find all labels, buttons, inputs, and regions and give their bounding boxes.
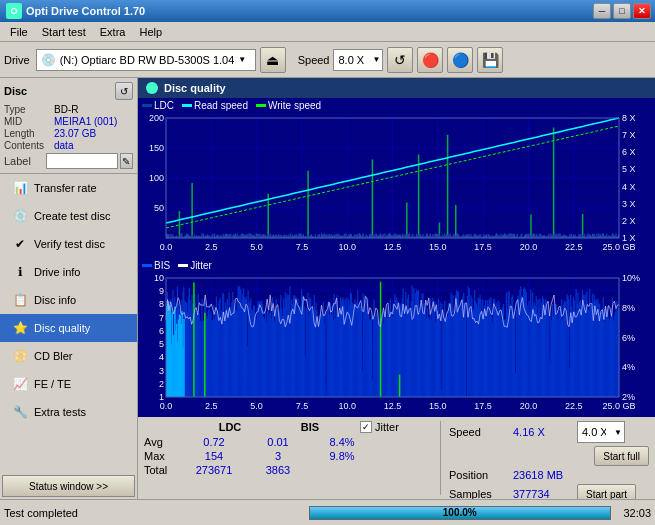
avg-bis: 0.01 bbox=[248, 436, 308, 448]
disc-panel: Disc ↺ Type BD-R MID MEIRA1 (001) Length… bbox=[0, 78, 137, 174]
bis-canvas bbox=[138, 258, 655, 417]
right-panel: Disc quality LDC Read speed bbox=[138, 78, 655, 499]
start-full-row: Start full bbox=[449, 446, 649, 466]
speed-select[interactable]: 8.0 X 4.0 X 2.0 X bbox=[333, 49, 383, 71]
btn1[interactable]: 🔴 bbox=[417, 47, 443, 73]
app-icon: O bbox=[6, 3, 22, 19]
stats-total-row: Total 273671 3863 bbox=[144, 464, 432, 476]
stats-col-ldc: LDC bbox=[200, 421, 260, 433]
app-title: Opti Drive Control 1.70 bbox=[26, 5, 145, 17]
btn2[interactable]: 🔵 bbox=[447, 47, 473, 73]
legend-read-speed-label: Read speed bbox=[194, 100, 248, 111]
toolbar: Drive 💿 (N:) Optiarc BD RW BD-5300S 1.04… bbox=[0, 42, 655, 78]
disc-refresh-button[interactable]: ↺ bbox=[115, 82, 133, 100]
chart-title-bar: Disc quality bbox=[138, 78, 655, 98]
progress-bar-container: 100.0% bbox=[309, 506, 612, 520]
start-part-row: Samples 377734 Start part bbox=[449, 484, 649, 499]
avg-jitter: 8.4% bbox=[312, 436, 372, 448]
disc-contents-label: Contents bbox=[4, 140, 54, 151]
save-button[interactable]: 💾 bbox=[477, 47, 503, 73]
legend-ldc: LDC bbox=[142, 100, 174, 111]
drive-select[interactable]: 💿 (N:) Optiarc BD RW BD-5300S 1.04 ▼ bbox=[36, 49, 256, 71]
status-window-button[interactable]: Status window >> bbox=[2, 475, 135, 497]
chart2-legend: BIS Jitter bbox=[142, 260, 212, 271]
position-value: 23618 MB bbox=[513, 469, 573, 481]
speed-stat-value: 4.16 X bbox=[513, 426, 573, 438]
verify-test-disc-icon: ✔ bbox=[12, 236, 28, 252]
nav-extra-tests[interactable]: 🔧 Extra tests bbox=[0, 398, 137, 426]
disc-label-label: Label bbox=[4, 155, 44, 167]
main-content: Disc ↺ Type BD-R MID MEIRA1 (001) Length… bbox=[0, 78, 655, 499]
start-full-button[interactable]: Start full bbox=[594, 446, 649, 466]
nav-transfer-rate[interactable]: 📊 Transfer rate bbox=[0, 174, 137, 202]
nav-drive-info[interactable]: ℹ Drive info bbox=[0, 258, 137, 286]
minimize-button[interactable]: ─ bbox=[593, 3, 611, 19]
avg-label: Avg bbox=[144, 436, 180, 448]
disc-title: Disc bbox=[4, 85, 27, 97]
nav-cd-bler-label: CD Bler bbox=[34, 350, 73, 362]
chart-ldc: LDC Read speed Write speed bbox=[138, 98, 655, 258]
speed-label: Speed bbox=[298, 54, 330, 66]
nav-items: 📊 Transfer rate 💿 Create test disc ✔ Ver… bbox=[0, 174, 137, 473]
maximize-button[interactable]: □ bbox=[613, 3, 631, 19]
nav-drive-info-label: Drive info bbox=[34, 266, 80, 278]
nav-fe-te-label: FE / TE bbox=[34, 378, 71, 390]
refresh-button[interactable]: ↺ bbox=[387, 47, 413, 73]
drive-info-icon: ℹ bbox=[12, 264, 28, 280]
disc-type-label: Type bbox=[4, 104, 54, 115]
max-ldc: 154 bbox=[184, 450, 244, 462]
speed-row: Speed 4.16 X 4.0 X 8.0 X bbox=[449, 421, 649, 443]
time-display: 32:03 bbox=[615, 507, 651, 519]
nav-verify-test-disc[interactable]: ✔ Verify test disc bbox=[0, 230, 137, 258]
speed-stat-select[interactable]: 4.0 X 8.0 X bbox=[577, 421, 625, 443]
legend-jitter-label: Jitter bbox=[190, 260, 212, 271]
speed-select-wrapper: 8.0 X 4.0 X 2.0 X bbox=[333, 49, 383, 71]
legend-read-speed: Read speed bbox=[182, 100, 248, 111]
close-button[interactable]: ✕ bbox=[633, 3, 651, 19]
drive-label: Drive bbox=[4, 54, 30, 66]
legend-bis-label: BIS bbox=[154, 260, 170, 271]
ldc-canvas bbox=[138, 98, 655, 258]
samples-label: Samples bbox=[449, 488, 509, 499]
disc-label-input[interactable] bbox=[46, 153, 118, 169]
status-text: Test completed bbox=[4, 507, 305, 519]
disc-info-icon: 📋 bbox=[12, 292, 28, 308]
chart-bis: BIS Jitter bbox=[138, 258, 655, 417]
nav-verify-test-disc-label: Verify test disc bbox=[34, 238, 105, 250]
disc-label-btn[interactable]: ✎ bbox=[120, 153, 133, 169]
bis-color bbox=[142, 264, 152, 267]
nav-cd-bler[interactable]: 📀 CD Bler bbox=[0, 342, 137, 370]
nav-fe-te[interactable]: 📈 FE / TE bbox=[0, 370, 137, 398]
menu-extra[interactable]: Extra bbox=[94, 24, 132, 40]
ldc-color bbox=[142, 104, 152, 107]
extra-tests-icon: 🔧 bbox=[12, 404, 28, 420]
start-part-button[interactable]: Start part bbox=[577, 484, 636, 499]
progress-text: 100.0% bbox=[310, 507, 611, 519]
total-bis: 3863 bbox=[248, 464, 308, 476]
disc-mid-label: MID bbox=[4, 116, 54, 127]
eject-button[interactable]: ⏏ bbox=[260, 47, 286, 73]
menu-file[interactable]: File bbox=[4, 24, 34, 40]
total-label: Total bbox=[144, 464, 180, 476]
nav-disc-quality[interactable]: ⭐ Disc quality bbox=[0, 314, 137, 342]
max-bis: 3 bbox=[248, 450, 308, 462]
chart1-legend: LDC Read speed Write speed bbox=[142, 100, 321, 111]
max-label: Max bbox=[144, 450, 180, 462]
charts-area: LDC Read speed Write speed bbox=[138, 98, 655, 417]
disc-quality-icon: ⭐ bbox=[12, 320, 28, 336]
menu-help[interactable]: Help bbox=[133, 24, 168, 40]
jitter-checkbox[interactable]: ✓ bbox=[360, 421, 372, 433]
titlebar: O Opti Drive Control 1.70 ─ □ ✕ bbox=[0, 0, 655, 22]
nav-create-test-disc[interactable]: 💿 Create test disc bbox=[0, 202, 137, 230]
nav-disc-info-label: Disc info bbox=[34, 294, 76, 306]
disc-length-value: 23.07 GB bbox=[54, 128, 96, 139]
jitter-check: ✓ Jitter bbox=[360, 421, 399, 433]
create-test-disc-icon: 💿 bbox=[12, 208, 28, 224]
menubar: File Start test Extra Help bbox=[0, 22, 655, 42]
disc-contents-value: data bbox=[54, 140, 73, 151]
position-label: Position bbox=[449, 469, 509, 481]
menu-starttest[interactable]: Start test bbox=[36, 24, 92, 40]
drive-icon: 💿 bbox=[41, 53, 56, 67]
nav-disc-info[interactable]: 📋 Disc info bbox=[0, 286, 137, 314]
max-jitter: 9.8% bbox=[312, 450, 372, 462]
